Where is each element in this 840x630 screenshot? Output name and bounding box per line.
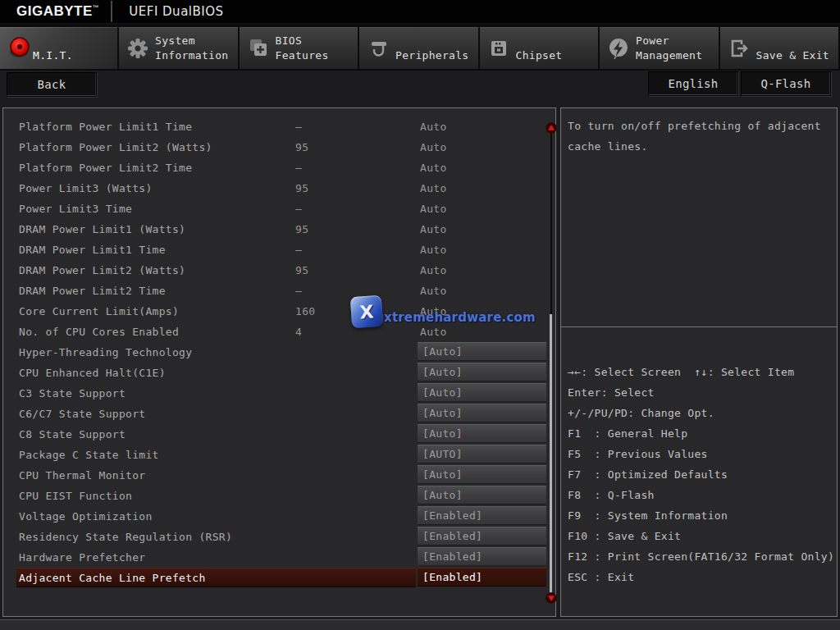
back-button[interactable]: Back	[7, 72, 97, 97]
hotkey-list: →←: Select Screen ↑↓: Select ItemEnter: …	[561, 327, 837, 587]
item-help-panel: To turn on/off prefetching of adjacentca…	[560, 107, 838, 327]
setting-row[interactable]: C8 State Support[Auto]	[3, 423, 555, 444]
main-tab-bar: M.I.T. System Information BIOS Features	[0, 25, 840, 71]
qflash-button[interactable]: Q-Flash	[741, 71, 831, 96]
setting-row[interactable]: Platform Power Limit2 Time–Auto	[3, 157, 555, 177]
setting-row[interactable]: Hyper-Threading Technology[Auto]	[3, 341, 555, 362]
setting-row[interactable]: Hardware Prefetcher[Enabled]	[3, 546, 555, 567]
setting-label: Platform Power Limit2 (Watts)	[19, 140, 212, 153]
setting-value-box[interactable]: [AUTO]	[418, 445, 546, 463]
setting-row[interactable]: Platform Power Limit2 (Watts)95Auto	[3, 136, 555, 157]
exit-door-icon	[727, 36, 751, 61]
setting-value-box[interactable]: [Auto]	[418, 465, 546, 484]
setting-row[interactable]: DRAM Power Limit1 (Watts)95Auto	[3, 218, 555, 239]
setting-label: Adjacent Cache Line Prefetch	[19, 571, 206, 583]
setting-value-box[interactable]: [Auto]	[418, 486, 546, 504]
help-description-line: To turn on/off prefetching of adjacent	[568, 116, 830, 136]
tab-system-information[interactable]: System Information	[119, 27, 238, 69]
setting-row[interactable]: Package C State limit[AUTO]	[3, 444, 555, 464]
setting-label: DRAM Power Limit2 Time	[19, 284, 166, 296]
tab-save-exit[interactable]: Save & Exit	[720, 27, 839, 69]
title-bar: GIGABYTE™ UEFI DualBIOS	[0, 0, 840, 25]
setting-label: DRAM Power Limit1 (Watts)	[19, 222, 185, 235]
hotkey-line: F10 : Save & Exit	[568, 526, 832, 546]
setting-value-box[interactable]: [Enabled]	[418, 568, 546, 587]
hotkey-line: Enter: Select	[568, 382, 832, 403]
scroll-up-icon[interactable]	[546, 122, 557, 134]
setting-value: [Enabled]	[418, 550, 482, 563]
help-description-line: cache lines.	[568, 136, 830, 157]
setting-row[interactable]: Adjacent Cache Line Prefetch[Enabled]	[3, 567, 555, 587]
setting-label: Power Limit3 (Watts)	[19, 181, 153, 194]
setting-mode-value: Auto	[420, 161, 447, 173]
gear-icon	[126, 36, 150, 61]
tab-chipset[interactable]: Chipset	[480, 27, 599, 69]
setting-value-box[interactable]: [Enabled]	[418, 547, 546, 566]
watermark: X xtremehardware.com	[351, 296, 536, 327]
setting-row[interactable]: Power Limit3 Time–Auto	[3, 198, 555, 218]
hotkey-line: ESC : Exit	[568, 567, 832, 587]
setting-row[interactable]: DRAM Power Limit2 (Watts)95Auto	[3, 259, 555, 280]
setting-value-box[interactable]: [Auto]	[418, 363, 546, 381]
tab-label: M.I.T.	[33, 48, 73, 63]
setting-label: Platform Power Limit1 Time	[19, 120, 192, 132]
setting-mode-value: Auto	[420, 243, 447, 255]
setting-value: [Auto]	[418, 468, 463, 481]
peripherals-icon	[366, 36, 390, 61]
setting-row[interactable]: CPU EIST Function[Auto]	[3, 485, 555, 505]
setting-mode-value: Auto	[420, 222, 447, 235]
language-button[interactable]: English	[648, 71, 738, 96]
setting-mode-value: Auto	[420, 140, 447, 153]
trademark-symbol: ™	[93, 4, 100, 11]
setting-label: DRAM Power Limit2 (Watts)	[19, 263, 185, 276]
scrollbar-thumb[interactable]	[550, 314, 552, 595]
setting-current-value: 95	[295, 222, 308, 235]
setting-mode-value: Auto	[420, 120, 447, 132]
tab-label: Peripherals	[395, 48, 468, 63]
setting-row[interactable]: C3 State Support[Auto]	[3, 382, 555, 403]
watermark-text: xtremehardware.com	[384, 310, 536, 325]
tab-label: System Information	[155, 34, 228, 63]
setting-current-value: –	[295, 161, 302, 173]
setting-value-box[interactable]: [Enabled]	[418, 527, 546, 546]
setting-value-box[interactable]: [Auto]	[418, 404, 546, 422]
hotkey-line: F1 : General Help	[568, 423, 832, 444]
setting-row[interactable]: DRAM Power Limit1 Time–Auto	[3, 239, 555, 259]
setting-value-box[interactable]: [Auto]	[418, 342, 546, 361]
setting-row[interactable]: Power Limit3 (Watts)95Auto	[3, 177, 555, 198]
setting-label: CPU Enhanced Halt(C1E)	[19, 366, 166, 378]
hotkey-line: F5 : Previous Values	[568, 444, 832, 464]
tab-mit[interactable]: M.I.T.	[0, 27, 117, 69]
bios-chip-icon	[246, 36, 271, 61]
setting-label: Platform Power Limit2 Time	[19, 161, 192, 173]
setting-current-value: 95	[295, 263, 308, 276]
watermark-x-icon: X	[350, 295, 384, 329]
tab-power-management[interactable]: Power Management	[600, 27, 719, 69]
tab-bios-features[interactable]: BIOS Features	[240, 27, 358, 69]
divider	[111, 1, 112, 22]
setting-value-box[interactable]: [Enabled]	[418, 506, 546, 525]
setting-label: Residency State Regulation (RSR)	[19, 530, 232, 542]
setting-row[interactable]: C6/C7 State Support[Auto]	[3, 403, 555, 423]
setting-label: C8 State Support	[19, 427, 126, 440]
setting-label: Power Limit3 Time	[19, 202, 132, 214]
hotkey-panel: →←: Select Screen ↑↓: Select ItemEnter: …	[560, 326, 838, 617]
setting-mode-value: Auto	[420, 263, 447, 276]
setting-value: [Auto]	[418, 345, 463, 358]
setting-value-box[interactable]: [Auto]	[418, 424, 546, 443]
setting-row[interactable]: Residency State Regulation (RSR)[Enabled…	[3, 526, 555, 546]
chipset-icon	[486, 36, 511, 61]
setting-value: [Auto]	[418, 407, 463, 419]
setting-current-value: 4	[295, 325, 302, 337]
setting-current-value: –	[295, 120, 302, 132]
hotkey-line: F9 : System Information	[568, 505, 832, 526]
setting-value: [Enabled]	[418, 509, 482, 522]
setting-row[interactable]: CPU Enhanced Halt(C1E)[Auto]	[3, 362, 555, 382]
scroll-down-icon[interactable]	[546, 592, 557, 604]
tab-peripherals[interactable]: Peripherals	[359, 27, 478, 69]
setting-row[interactable]: Voltage Optimization[Enabled]	[3, 505, 555, 526]
setting-row[interactable]: Platform Power Limit1 Time–Auto	[3, 116, 555, 136]
setting-value-box[interactable]: [Auto]	[418, 383, 546, 402]
setting-row[interactable]: CPU Thermal Monitor[Auto]	[3, 464, 555, 485]
setting-label: CPU EIST Function	[19, 489, 132, 501]
